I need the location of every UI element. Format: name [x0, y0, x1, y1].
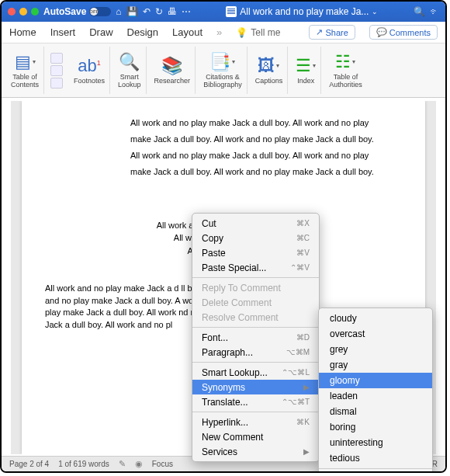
ribbon: ▤▾ Table of Contents ab1 Footnotes 🔍 Sma… — [2, 43, 445, 98]
menu-translate[interactable]: Translate...⌃⌥⌘T — [192, 394, 319, 409]
autosave-label: AutoSave — [43, 6, 86, 17]
close-window-icon[interactable] — [8, 8, 16, 16]
print-icon[interactable]: 🖶 — [168, 6, 177, 17]
search-icon[interactable]: 🔍 — [414, 6, 425, 17]
toc-options[interactable] — [47, 47, 66, 94]
comments-button[interactable]: 💬Comments — [369, 25, 438, 40]
menu-synonyms[interactable]: Synonyms▶ — [192, 380, 319, 394]
menu-paste[interactable]: Paste⌘V — [192, 245, 319, 260]
synonym-option[interactable]: gray — [319, 357, 432, 373]
body-text[interactable]: All work and no play make Jack a dull bo… — [130, 115, 402, 131]
smart-lookup-icon: 🔍 — [119, 52, 140, 72]
comment-icon: 💬 — [376, 27, 387, 37]
tab-insert[interactable]: Insert — [50, 26, 76, 38]
synonym-option[interactable]: dismal — [319, 404, 432, 419]
more-tabs-icon[interactable]: » — [216, 26, 222, 38]
save-icon[interactable]: 💾 — [126, 6, 138, 17]
page-indicator[interactable]: Page 2 of 4 — [9, 460, 49, 468]
toggle-icon[interactable]: OFF — [89, 7, 111, 16]
chevron-down-icon[interactable]: ⌄ — [372, 8, 378, 16]
researcher-icon: 📚 — [161, 56, 182, 76]
menu-paste-special[interactable]: Paste Special...⌃⌘V — [192, 260, 319, 275]
document-title-text: All work and no play make Ja... — [240, 6, 369, 17]
menu-delete-comment: Delete Comment — [192, 295, 319, 310]
menu-smart-lookup[interactable]: Smart Lookup...⌃⌥⌘L — [192, 365, 319, 380]
footnote-icon: ab1 — [78, 56, 101, 76]
toc-button[interactable]: ▤▾ Table of Contents — [6, 47, 44, 94]
menu-copy[interactable]: Copy⌘C — [192, 231, 319, 245]
menu-font[interactable]: Font...⌘D — [192, 330, 319, 345]
synonyms-submenu: cloudy overcast grey gray gloomy leaden … — [318, 307, 433, 473]
index-icon: ☰ — [296, 56, 311, 76]
window-controls — [8, 8, 39, 16]
focus-icon[interactable]: ◉ — [135, 459, 143, 469]
document-icon — [226, 6, 237, 17]
synonym-option[interactable]: cloudy — [319, 311, 432, 326]
synonym-option[interactable]: overcast — [319, 326, 432, 342]
titlebar: AutoSave OFF ⌂ 💾 ↶ ↻ 🖶 ⋯ All work and no… — [2, 2, 445, 22]
document-title: All work and no play make Ja... ⌄ — [196, 6, 409, 17]
menu-cut[interactable]: Cut⌘X — [192, 216, 319, 231]
synonym-option[interactable]: boring — [319, 419, 432, 435]
synonym-option-selected[interactable]: gloomy — [319, 373, 432, 388]
redo-icon[interactable]: ↻ — [155, 6, 163, 17]
thesaurus-option[interactable]: Thesaurus... — [319, 471, 432, 473]
word-count[interactable]: 1 of 619 words — [58, 460, 109, 468]
menu-hyperlink[interactable]: Hyperlink...⌘K — [192, 415, 319, 429]
minimize-window-icon[interactable] — [19, 8, 27, 16]
citations-button[interactable]: 📑▾ Citations & Bibliography — [199, 47, 248, 94]
tab-layout[interactable]: Layout — [172, 26, 202, 38]
citation-icon: 📑 — [209, 52, 230, 72]
caption-icon: 🖼 — [258, 56, 275, 76]
focus-label[interactable]: Focus — [152, 460, 173, 468]
submenu-arrow-icon: ▶ — [303, 447, 310, 456]
synonym-option[interactable]: uninteresting — [319, 435, 432, 450]
menu-paragraph[interactable]: Paragraph...⌥⌘M — [192, 345, 319, 360]
menu-services[interactable]: Services▶ — [192, 444, 319, 459]
authorities-icon: ☷ — [335, 52, 351, 72]
synonym-option[interactable]: leaden — [319, 388, 432, 404]
authorities-button[interactable]: ☷▾ Table of Authorities — [324, 47, 367, 94]
share-icon: ↗ — [316, 27, 323, 37]
autosave-toggle[interactable]: AutoSave OFF — [43, 6, 111, 17]
ribbon-tabs: Home Insert Draw Design Layout » 💡Tell m… — [2, 22, 445, 43]
toc-icon: ▤ — [15, 52, 31, 72]
synonym-option[interactable]: tedious — [319, 450, 432, 466]
tab-design[interactable]: Design — [127, 26, 158, 38]
footnotes-button[interactable]: ab1 Footnotes — [69, 47, 110, 94]
tab-home[interactable]: Home — [9, 26, 36, 38]
tab-draw[interactable]: Draw — [89, 26, 112, 38]
researcher-button[interactable]: 📚 Researcher — [150, 47, 196, 94]
submenu-arrow-icon: ▶ — [303, 383, 310, 391]
undo-icon[interactable]: ↶ — [143, 6, 151, 17]
body-text[interactable]: make Jack a dull boy. All work and no pl… — [130, 164, 402, 180]
smart-lookup-button[interactable]: 🔍 Smart Lookup — [113, 47, 147, 94]
bulb-icon: 💡 — [236, 27, 248, 38]
maximize-window-icon[interactable] — [31, 8, 39, 16]
synonym-option[interactable]: grey — [319, 342, 432, 357]
body-text[interactable]: make Jack a dull boy. All work and no pl… — [130, 131, 402, 148]
context-menu: Cut⌘X Copy⌘C Paste⌘V Paste Special...⌃⌘V… — [192, 213, 320, 462]
more-icon[interactable]: ⋯ — [182, 6, 191, 17]
menu-reply-comment: Reply To Comment — [192, 280, 319, 295]
share-quick-icon[interactable]: ᯤ — [430, 6, 439, 17]
home-icon[interactable]: ⌂ — [116, 6, 121, 17]
captions-button[interactable]: 🖼▾ Captions — [251, 47, 289, 94]
index-button[interactable]: ☰▾ Index — [291, 47, 321, 94]
spellcheck-icon[interactable]: ✎ — [119, 459, 126, 469]
tell-me-search[interactable]: 💡Tell me — [236, 27, 280, 38]
share-button[interactable]: ↗Share — [309, 25, 355, 40]
body-text[interactable]: All work and no play make Jack a dull bo… — [130, 148, 402, 164]
menu-new-comment[interactable]: New Comment — [192, 429, 319, 444]
menu-resolve-comment: Resolve Comment — [192, 310, 319, 325]
